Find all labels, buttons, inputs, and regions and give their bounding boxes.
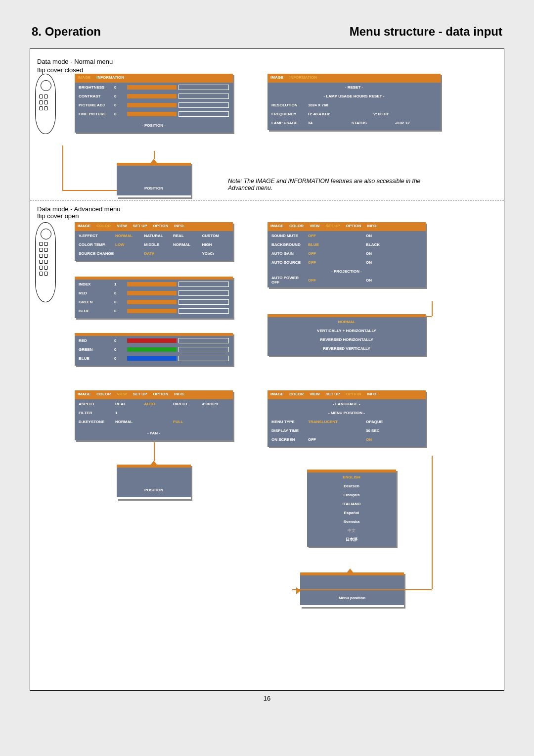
menu-row[interactable]: FILTER1 (78, 408, 230, 417)
row-option[interactable]: STATUS (351, 121, 394, 125)
row-option[interactable]: NORMAL (114, 420, 143, 424)
row-option[interactable]: YCbCr (201, 251, 230, 256)
menu-row[interactable]: CONTRAST0 (78, 92, 230, 100)
menu-row[interactable]: BRIGHTNESS0 (78, 83, 230, 92)
menu-footer[interactable]: Menu position (339, 594, 365, 602)
tab-info-[interactable]: INFO. (171, 222, 187, 231)
row-option[interactable]: 1 (114, 411, 143, 415)
row-option[interactable]: NATURAL (143, 234, 173, 238)
tab-set-up[interactable]: SET UP (130, 390, 150, 399)
tab-set-up[interactable]: SET UP (323, 390, 343, 399)
row-option[interactable]: TRANSLUCENT (307, 420, 365, 424)
row-option[interactable]: 4:3>16:9 (201, 402, 230, 406)
tab-image[interactable]: IMAGE (267, 222, 286, 231)
menu-row[interactable]: ASPECTREALAUTODIRECT4:3>16:9 (78, 399, 230, 408)
slider-bar[interactable] (127, 282, 177, 286)
row-option[interactable]: MIDDLE (143, 242, 173, 247)
tab-color[interactable]: COLOR (93, 222, 114, 231)
tab-color[interactable]: COLOR (93, 390, 114, 399)
menu-row[interactable]: SOUND MUTEOFFON (270, 231, 423, 240)
menu-row[interactable]: GREEN0 (78, 345, 230, 354)
row-option[interactable]: ON (365, 278, 423, 283)
menu-row-center[interactable]: ENGLISH (310, 472, 393, 481)
tab-info-[interactable]: INFO. (171, 390, 187, 399)
menu-row[interactable]: V-EFFECTNORMALNATURALREALCUSTOM (78, 231, 230, 240)
tab-option[interactable]: OPTION (150, 390, 171, 399)
row-option[interactable]: BLUE (307, 242, 365, 247)
menu-row-center[interactable]: - RESET - (270, 83, 438, 92)
menu-row-center[interactable]: Svenska (310, 517, 393, 526)
menu-row[interactable]: FINE PICTURE0 (78, 109, 230, 118)
row-option[interactable]: OFF (307, 278, 365, 283)
row-option[interactable]: ON (365, 234, 423, 238)
menu-row-center[interactable]: Français (310, 490, 393, 499)
row-option[interactable]: -0.02 12 (394, 121, 438, 125)
menu-row-center[interactable]: - LANGUAGE - (270, 399, 423, 408)
row-option[interactable]: OPAQUE (365, 420, 423, 424)
row-option[interactable]: REAL (114, 402, 143, 406)
menu-footer[interactable]: POSITION (144, 486, 163, 494)
menu-row[interactable]: INDEX1 (78, 280, 230, 288)
row-option[interactable]: FULL (172, 420, 201, 424)
menu-row[interactable]: DISPLAY TIME30 SEC (270, 426, 423, 435)
tab-color[interactable]: COLOR (286, 390, 307, 399)
row-option[interactable]: OFF (307, 251, 365, 256)
row-option[interactable]: NORMAL (172, 242, 201, 247)
tab-set-up[interactable]: SET UP (323, 222, 343, 231)
slider-bar[interactable] (127, 347, 177, 352)
menu-footer[interactable]: - PAN - (78, 429, 230, 437)
tab-color[interactable]: COLOR (286, 222, 307, 231)
tab-image[interactable]: IMAGE (267, 390, 286, 399)
row-option[interactable]: BLACK (365, 242, 423, 247)
menu-row-center[interactable]: REVERSED HORIZONTALLY (270, 335, 423, 344)
menu-footer[interactable]: - POSITION - (78, 121, 230, 130)
tab-option[interactable]: OPTION (343, 390, 364, 399)
menu-row[interactable]: BLUE0 (78, 306, 230, 315)
menu-row-center[interactable]: REVERSED VERTICALLY (270, 344, 423, 353)
slider-bar[interactable] (127, 300, 177, 304)
menu-row-center[interactable]: - MENU POSITION - (270, 408, 423, 417)
row-option[interactable]: 34 (307, 121, 351, 125)
row-option[interactable]: NORMAL (114, 234, 143, 238)
row-option[interactable]: OFF (307, 260, 365, 265)
menu-row-center[interactable]: VERTICALLY + HORIZONTALLY (270, 326, 423, 335)
menu-row[interactable]: AUTO GAINOFFON (270, 249, 423, 258)
row-option[interactable]: HIGH (201, 242, 230, 247)
row-option[interactable]: 1024 X 768 (307, 103, 438, 107)
menu-footer[interactable]: POSITION (144, 184, 163, 192)
row-option[interactable]: ON (365, 437, 423, 442)
slider-bar[interactable] (127, 356, 177, 361)
tab-option[interactable]: OPTION (343, 222, 364, 231)
tab-set-up[interactable]: SET UP (130, 222, 150, 231)
row-option[interactable]: ON (365, 260, 423, 265)
menu-row-center[interactable]: Deutsch (310, 481, 393, 490)
menu-row[interactable]: MENU TYPETRANSLUCENTOPAQUE (270, 417, 423, 426)
row-option[interactable]: ON (365, 251, 423, 256)
row-option[interactable]: DIRECT (172, 402, 201, 406)
menu-row-center[interactable]: NORMAL (270, 317, 423, 326)
menu-row-center[interactable]: - PROJECTION - (270, 267, 423, 276)
row-option[interactable]: LOW (114, 242, 143, 247)
menu-row[interactable]: RED0 (78, 336, 230, 345)
menu-row-center[interactable]: - LAMP USAGE HOURS RESET - (270, 92, 438, 100)
row-option[interactable]: AUTO (143, 402, 173, 406)
tab-info-[interactable]: INFO. (364, 390, 380, 399)
tab-view[interactable]: VIEW (307, 222, 322, 231)
slider-bar[interactable] (127, 112, 177, 116)
tab-image[interactable]: IMAGE (75, 222, 93, 231)
menu-row-center[interactable]: 日本語 (310, 535, 393, 544)
slider-bar[interactable] (127, 103, 177, 107)
row-option[interactable]: 30 SEC (365, 428, 423, 433)
slider-bar[interactable] (127, 338, 177, 343)
menu-row[interactable]: PICTURE ADJ0 (78, 100, 230, 109)
menu-row[interactable]: ON SCREENOFFON (270, 435, 423, 444)
tab-info-[interactable]: INFO. (364, 222, 380, 231)
tab-image[interactable]: IMAGE (267, 74, 286, 83)
menu-row[interactable]: AUTO POWER OFFOFFON (270, 276, 423, 284)
menu-row[interactable]: BACKGROUNDBLUEBLACK (270, 240, 423, 249)
row-option[interactable]: OFF (307, 437, 365, 442)
menu-row[interactable]: D-KEYSTONENORMALFULL (78, 417, 230, 426)
tab-view[interactable]: VIEW (114, 222, 130, 231)
row-option[interactable]: OFF (307, 234, 365, 238)
row-option[interactable]: H: 48.4 KHz (307, 112, 372, 116)
